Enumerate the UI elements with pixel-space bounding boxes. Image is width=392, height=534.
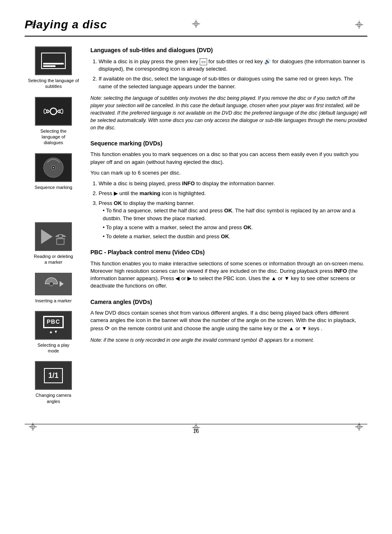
green-key-icon: ▭ xyxy=(200,58,207,65)
sequence-icon-image xyxy=(35,153,72,182)
sidebar: Selecting the language of subtitles Sele… xyxy=(25,46,82,412)
svg-point-21 xyxy=(53,167,54,168)
camera-remote-icon: ⟳ xyxy=(105,325,110,331)
sub-line-1 xyxy=(43,63,64,64)
subtitles-section-title: Languages of sub-titles and dialogues (D… xyxy=(90,46,367,55)
camera-fraction: 1/1 xyxy=(44,368,62,383)
pbc-arrows: ▲ ▼ xyxy=(49,329,58,335)
ok-key-label-3: OK xyxy=(243,224,251,230)
pbc-info-key: INFO xyxy=(334,268,347,274)
sequence-step-1: While a disc is being played, press INFO… xyxy=(99,180,367,187)
content-area: Selecting the language of subtitles Sele… xyxy=(25,46,367,412)
sidebar-label-subtitles: Selecting the language of subtitles xyxy=(25,78,82,90)
sequence-intro: This function enables you to mark sequen… xyxy=(90,151,367,166)
pbc-section-title: PBC - Playback control menu (Video CDs) xyxy=(90,249,367,257)
pbc-up-arrow: ▲ xyxy=(49,329,53,335)
sidebar-label-reading: Reading or deletinga marker xyxy=(34,253,73,265)
sidebar-label-dialogues: Selecting thelanguage ofdialogues xyxy=(40,128,67,146)
reg-mark-center-top xyxy=(192,20,200,28)
camera-text: A few DVD discs contain scenes shot from… xyxy=(90,309,367,332)
invalid-symbol: ⊘ xyxy=(258,336,263,343)
pbc-text: This function enables you to make intera… xyxy=(90,260,367,290)
sidebar-label-pbc: Selecting a playmode xyxy=(37,342,69,354)
camera-icon-image: 1/1 xyxy=(35,361,72,390)
reg-mark-bottom-right xyxy=(355,423,363,431)
ok-key-label-4: OK xyxy=(221,233,229,239)
svg-point-23 xyxy=(58,235,62,239)
sequence-max-scenes: You can mark up to 6 scenes per disc. xyxy=(90,169,367,177)
subtitles-icon-lines xyxy=(41,53,66,69)
camera-note: Note: if the scene is only recorded in o… xyxy=(90,336,367,344)
sidebar-label-sequence: Sequence marking xyxy=(35,184,72,190)
section-sequence-marking: Sequence marking (DVDs) This function en… xyxy=(90,140,367,240)
svg-marker-28 xyxy=(60,281,64,287)
sequence-step-2: Press ▶ until the marking icon is highli… xyxy=(99,190,367,197)
main-content: Languages of sub-titles and dialogues (D… xyxy=(90,46,367,412)
reg-mark-top-right xyxy=(355,21,363,29)
sequence-bullets: To find a sequence, select the half disc… xyxy=(103,207,367,240)
subtitles-note: Note: selecting the language of subtitle… xyxy=(90,94,367,131)
sidebar-item-inserting: Inserting a marker xyxy=(25,273,82,304)
dialogues-icon-image xyxy=(35,97,72,126)
reading-icon xyxy=(37,224,70,249)
sequence-disc-icon xyxy=(39,155,68,180)
sidebar-item-sequence: Sequence marking xyxy=(25,153,82,190)
reg-mark-top-left xyxy=(29,21,37,29)
sidebar-label-camera: Changing cameraangles xyxy=(36,392,71,404)
sequence-bullet-2: To play a scene with a marker, select th… xyxy=(103,224,367,231)
svg-marker-22 xyxy=(41,229,53,244)
sequence-bullet-3: To delete a marker, select the dustbin a… xyxy=(103,233,367,240)
info-key-label: INFO xyxy=(182,180,195,186)
page: Playing a disc Selecting the language of… xyxy=(25,16,367,435)
sidebar-label-inserting: Inserting a marker xyxy=(35,298,72,304)
sidebar-item-camera: 1/1 Changing cameraangles xyxy=(25,361,82,404)
svg-point-18 xyxy=(50,108,57,115)
ok-key-label-1: OK xyxy=(114,200,122,206)
pbc-text: PBC xyxy=(43,316,64,328)
sequence-steps-list: While a disc is being played, press INFO… xyxy=(99,180,367,240)
inserting-icon-image xyxy=(35,273,72,295)
subtitles-step-1: While a disc is in play press the green … xyxy=(99,58,367,73)
subtitles-icon-image xyxy=(35,46,72,75)
section-subtitles-dialogues: Languages of sub-titles and dialogues (D… xyxy=(90,46,367,131)
svg-rect-24 xyxy=(57,239,64,244)
marking-key-label: marking xyxy=(140,190,161,196)
sub-line-2 xyxy=(43,65,55,67)
sequence-step-3: Press OK to display the marking banner. … xyxy=(99,200,367,240)
reading-icon-image xyxy=(35,222,72,251)
sidebar-item-subtitles: Selecting the language of subtitles xyxy=(25,46,82,90)
camera-section-title: Camera angles (DVDs) xyxy=(90,298,367,306)
sidebar-item-pbc: PBC ▲ ▼ Selecting a playmode xyxy=(25,311,82,354)
dialogues-icon xyxy=(41,101,66,122)
sidebar-item-reading: Reading or deletinga marker xyxy=(25,222,82,265)
camera-note-text: Note: if the scene is only recorded in o… xyxy=(90,337,314,343)
red-key-icon: 🔊 xyxy=(264,58,271,64)
sequence-section-title: Sequence marking (DVDs) xyxy=(90,140,367,148)
sidebar-item-dialogues: Selecting thelanguage ofdialogues xyxy=(25,97,82,146)
pbc-icon-image: PBC ▲ ▼ xyxy=(35,311,72,340)
subtitles-step-2: If available on the disc, select the lan… xyxy=(99,75,367,90)
section-camera-angles: Camera angles (DVDs) A few DVD discs con… xyxy=(90,298,367,345)
ok-key-label-2: OK xyxy=(224,207,233,214)
sequence-bullet-1: To find a sequence, select the half disc… xyxy=(103,207,367,222)
reg-mark-bottom-left xyxy=(29,423,37,431)
subtitles-steps-list: While a disc is in play press the green … xyxy=(99,58,367,90)
pbc-down-arrow: ▼ xyxy=(54,329,58,335)
svg-point-27 xyxy=(49,282,53,286)
reg-mark-center-bottom xyxy=(192,424,200,432)
inserting-icon xyxy=(37,274,70,294)
section-pbc: PBC - Playback control menu (Video CDs) … xyxy=(90,249,367,290)
